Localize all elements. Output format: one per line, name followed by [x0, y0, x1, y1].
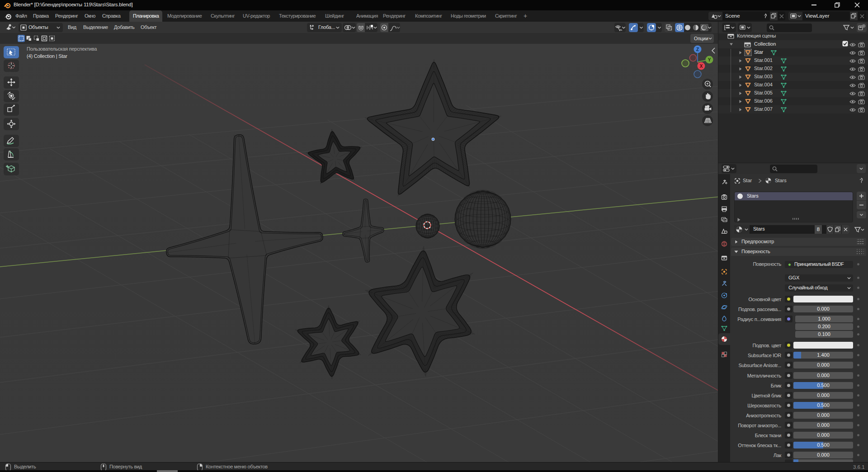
svg-text:X: X: [700, 64, 703, 69]
svg-text:Z: Z: [696, 47, 699, 52]
svg-text:Y: Y: [708, 57, 711, 62]
